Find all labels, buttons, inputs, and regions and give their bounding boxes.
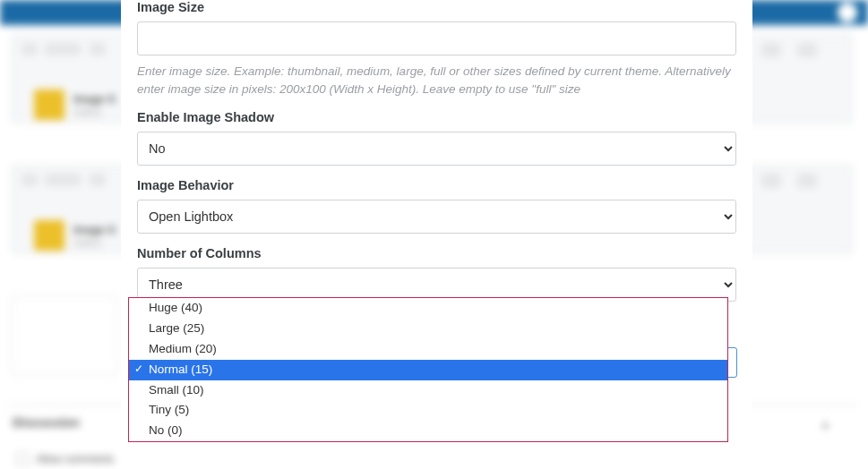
enable-image-shadow-group: Enable Image Shadow No — [137, 110, 736, 166]
image-behavior-group: Image Behavior Open Lightbox — [137, 178, 736, 234]
image-size-group: Image Size Enter image size. Example: th… — [137, 0, 736, 98]
gap-option-no[interactable]: No (0) — [129, 421, 727, 441]
image-size-help: Enter image size. Example: thumbnail, me… — [137, 63, 736, 98]
gap-option-small[interactable]: Small (10) — [129, 380, 727, 401]
number-of-columns-group: Number of Columns Three — [137, 246, 736, 302]
image-size-label: Image Size — [137, 0, 736, 14]
gap-option-medium[interactable]: Medium (20) — [129, 339, 727, 360]
gap-option-tiny[interactable]: Tiny (5) — [129, 400, 727, 421]
enable-image-shadow-label: Enable Image Shadow — [137, 110, 736, 124]
enable-image-shadow-select[interactable]: No — [137, 132, 736, 166]
gap-option-large[interactable]: Large (25) — [129, 319, 727, 339]
gap-dropdown: Huge (40) Large (25) Medium (20) Normal … — [128, 297, 728, 442]
image-behavior-label: Image Behavior — [137, 178, 736, 192]
image-behavior-select[interactable]: Open Lightbox — [137, 200, 736, 234]
gap-option-normal[interactable]: Normal (15) — [129, 360, 727, 380]
image-size-input[interactable] — [137, 21, 736, 55]
gap-option-huge[interactable]: Huge (40) — [129, 298, 727, 319]
number-of-columns-label: Number of Columns — [137, 246, 736, 260]
